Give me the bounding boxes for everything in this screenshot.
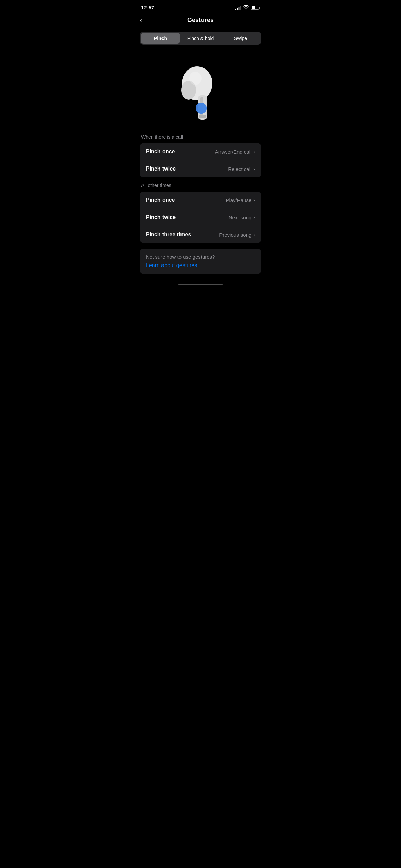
help-card: Not sure how to use gestures? Learn abou… xyxy=(140,249,261,274)
music-row-twice[interactable]: Pinch twice Next song › xyxy=(140,209,261,226)
tab-pinch[interactable]: Pinch xyxy=(141,33,180,44)
music-three-result: Previous song › xyxy=(219,232,255,238)
music-row-once[interactable]: Pinch once Play/Pause › xyxy=(140,192,261,209)
music-twice-label: Pinch twice xyxy=(146,214,176,220)
call-once-label: Pinch once xyxy=(146,149,175,155)
tab-swipe[interactable]: Swipe xyxy=(221,33,260,44)
svg-point-7 xyxy=(189,72,202,85)
call-twice-result: Reject call › xyxy=(228,166,255,172)
call-section-label: When there is a call xyxy=(134,134,267,140)
back-button[interactable]: ‹ xyxy=(140,16,142,25)
page-title: Gestures xyxy=(187,17,214,24)
status-bar: 12:57 xyxy=(134,0,267,13)
music-section-label: All other times xyxy=(134,183,267,188)
signal-icon xyxy=(235,5,241,10)
music-twice-result: Next song › xyxy=(229,215,255,220)
call-once-result: Answer/End call › xyxy=(215,149,255,155)
call-row-twice[interactable]: Pinch twice Reject call › xyxy=(140,160,261,177)
chevron-icon: › xyxy=(253,215,255,220)
svg-rect-4 xyxy=(199,115,206,118)
tab-bar: Pinch Pinch & hold Swipe xyxy=(140,32,261,45)
tab-pinch-hold[interactable]: Pinch & hold xyxy=(181,33,220,44)
chevron-icon: › xyxy=(253,166,255,172)
status-icons xyxy=(235,5,260,10)
music-once-label: Pinch once xyxy=(146,197,175,203)
battery-icon xyxy=(251,6,260,10)
home-bar xyxy=(178,284,223,285)
help-link[interactable]: Learn about gestures xyxy=(146,262,197,268)
music-once-result: Play/Pause › xyxy=(226,197,255,203)
call-card: Pinch once Answer/End call › Pinch twice… xyxy=(140,143,261,177)
call-twice-label: Pinch twice xyxy=(146,166,176,172)
music-three-label: Pinch three times xyxy=(146,232,191,238)
music-row-three[interactable]: Pinch three times Previous song › xyxy=(140,226,261,243)
chevron-icon: › xyxy=(253,232,255,237)
wifi-icon xyxy=(243,5,249,10)
chevron-icon: › xyxy=(253,197,255,203)
music-card: Pinch once Play/Pause › Pinch twice Next… xyxy=(140,192,261,243)
chevron-icon: › xyxy=(253,149,255,154)
help-title: Not sure how to use gestures? xyxy=(146,254,255,260)
home-indicator xyxy=(134,281,267,288)
call-row-once[interactable]: Pinch once Answer/End call › xyxy=(140,143,261,160)
svg-point-6 xyxy=(196,103,207,114)
earbud-illustration xyxy=(134,53,267,127)
header: ‹ Gestures xyxy=(134,13,267,29)
clock: 12:57 xyxy=(141,5,154,11)
